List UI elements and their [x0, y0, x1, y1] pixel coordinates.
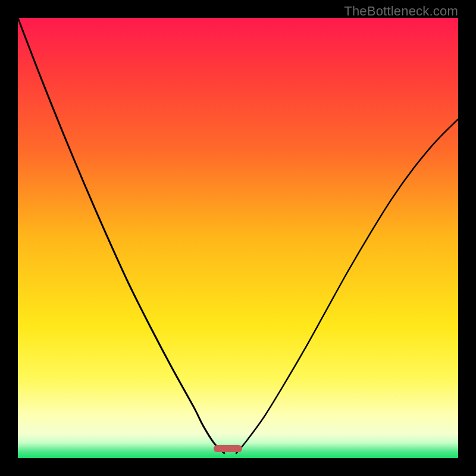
optimal-marker: [214, 445, 242, 452]
watermark-text: TheBottleneck.com: [344, 4, 458, 19]
bottleneck-curve: [18, 18, 458, 458]
curve-left-branch: [18, 18, 225, 454]
curve-right-branch: [236, 119, 458, 453]
plot-frame: [18, 18, 458, 458]
